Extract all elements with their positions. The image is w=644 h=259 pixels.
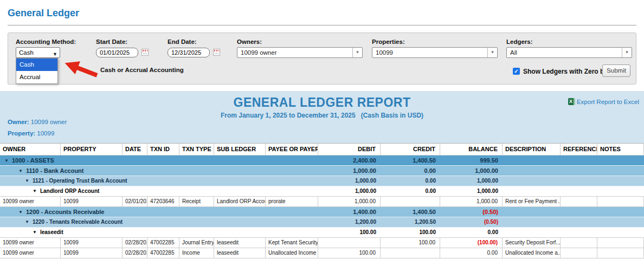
cell-owner: 10099 owner (0, 238, 61, 248)
collapse-triangle-icon[interactable]: ▼ (18, 169, 23, 173)
title-divider (8, 25, 636, 25)
cell-reference (561, 248, 597, 258)
ledger-row: 10099 owner1009902/28/202547002285Income… (0, 248, 644, 258)
cell-credit: 0.00 (381, 176, 440, 186)
collapse-triangle-icon[interactable]: ▼ (33, 189, 37, 193)
column-header-credit: CREDIT (381, 144, 440, 155)
zero-balance-checkbox[interactable]: ✓ (513, 68, 520, 75)
cell-balance: 0.00 (440, 248, 503, 258)
calendar-icon[interactable] (213, 49, 220, 56)
property-line: Property: 10099 (8, 130, 54, 137)
cell-credit: 1,400.50 (381, 156, 440, 165)
dropdown-option-accrual[interactable]: Accrual (16, 71, 57, 83)
calendar-icon[interactable] (141, 49, 149, 56)
column-header-description: DESCRIPTION (503, 144, 561, 155)
cell-credit (381, 248, 440, 258)
report-title: GENERAL LEDGER REPORT (0, 91, 644, 110)
group-label: leaseedit (40, 229, 63, 235)
cell-txn_type: Journal Entry (179, 238, 214, 248)
group-row[interactable]: ▼1121 - Operating Trust Bank Account1,00… (0, 176, 644, 186)
ledgers-combobox[interactable]: All ▼ (506, 47, 632, 58)
group-row[interactable]: ▼1110 - Bank Account1,000.000.001,000.00 (0, 166, 644, 176)
cell-sub_ledger: leaseedit (214, 238, 266, 248)
cell-balance: 1,000.00 (440, 186, 503, 196)
cell-credit: 1,400.50 (381, 207, 440, 217)
group-row[interactable]: ▼1200 - Accounts Receivable1,400.001,400… (0, 207, 644, 217)
cell-payee: Unallocated Income (266, 248, 318, 258)
dropdown-option-cash[interactable]: Cash (16, 59, 57, 71)
cell-balance: (100.00) (440, 238, 503, 248)
column-header-payee: PAYEE OR PAYER (266, 144, 318, 155)
group-row[interactable]: ▼Landlord ORP Account1,000.000.001,000.0… (0, 186, 644, 197)
cell-balance: 999.50 (440, 156, 503, 165)
accounting-method-value: Cash (19, 49, 34, 56)
cell-payee: Kept Tenant Security De... (266, 238, 318, 248)
export-to-excel-link[interactable]: X Export Report to Excel (568, 98, 639, 105)
property-value: 10099 (37, 130, 54, 137)
group-label: 1110 - Bank Account (26, 167, 84, 174)
cell-date: 02/28/2025 (123, 248, 147, 258)
cell-txn_type: Income (179, 248, 214, 258)
filter-bar: Accounting Method: Cash ▼ Cash Accrual C… (8, 33, 636, 85)
owners-combobox[interactable]: 10099 owner ▼ (237, 47, 363, 58)
group-row[interactable]: ▼1220 - Tenants Receivable Account1,200.… (0, 217, 644, 228)
column-header-txn_type: TXN TYPE (179, 144, 214, 155)
table-body: ▼1000 - ASSETS2,400.001,400.50999.50▼111… (0, 156, 644, 258)
collapse-triangle-icon[interactable]: ▼ (25, 219, 29, 224)
cell-credit: 1,200.50 (381, 217, 440, 227)
group-row-filler (503, 217, 644, 227)
chevron-down-icon[interactable]: ▼ (622, 48, 632, 57)
ledgers-label: Ledgers: (506, 38, 533, 45)
accounting-method-dropdown: Cash Accrual (16, 58, 58, 84)
cell-balance: 0.00 (440, 228, 503, 237)
submit-button[interactable]: Submit (602, 64, 630, 77)
cell-sub_ledger: leaseedit (214, 248, 266, 258)
general-ledger-page: General Ledger Accounting Method: Cash ▼… (0, 0, 644, 259)
cell-balance: (0.50) (440, 207, 503, 217)
properties-combobox[interactable]: 10099 ▼ (372, 47, 498, 58)
collapse-triangle-icon[interactable]: ▼ (4, 158, 9, 163)
ledger-table: OWNERPROPERTYDATETXN IDTXN TYPESUB LEDGE… (0, 143, 644, 258)
cell-date: 02/01/2025 (123, 197, 147, 206)
group-row-filler (503, 207, 644, 217)
cell-balance: 1,000.00 (440, 166, 503, 176)
cell-debit: 1,000.00 (318, 186, 381, 196)
excel-icon: X (568, 98, 575, 105)
cell-description: Unallocated Income a... (503, 248, 561, 258)
collapse-triangle-icon[interactable]: ▼ (33, 230, 37, 235)
chevron-down-icon[interactable]: ▼ (352, 48, 362, 57)
start-date-input[interactable] (96, 48, 138, 57)
cell-notes (597, 248, 644, 258)
property-label: Property: (8, 130, 35, 137)
column-header-sub_ledger: SUB LEDGER (214, 144, 266, 155)
accounting-method-select[interactable]: Cash ▼ (16, 47, 60, 58)
column-header-debit: DEBIT (318, 144, 381, 155)
page-title: General Ledger (0, 0, 644, 21)
end-date-label: End Date: (168, 38, 197, 45)
column-header-property: PROPERTY (61, 144, 123, 155)
column-header-notes: NOTES (597, 144, 644, 155)
column-header-date: DATE (123, 144, 147, 155)
collapse-triangle-icon[interactable]: ▼ (25, 178, 29, 183)
collapse-triangle-icon[interactable]: ▼ (18, 210, 23, 215)
cell-credit: 100.00 (381, 228, 440, 237)
group-row[interactable]: ▼leaseedit100.00100.000.00 (0, 228, 644, 238)
group-label: 1200 - Accounts Receivable (26, 209, 105, 215)
cell-description: Rent or Fee Payment ... (503, 197, 561, 206)
cell-debit: 100.00 (318, 228, 381, 237)
chevron-down-icon[interactable]: ▼ (487, 48, 497, 57)
group-label: 1121 - Operating Trust Bank Account (33, 178, 127, 184)
cell-property: 10099 (61, 238, 123, 248)
group-row[interactable]: ▼1000 - ASSETS2,400.001,400.50999.50 (0, 156, 644, 166)
cell-txn_type: Receipt (179, 197, 214, 206)
group-row-filler (503, 176, 644, 186)
cell-debit: 1,200.00 (318, 217, 381, 227)
cell-sub_ledger: Landlord ORP Account (214, 197, 266, 206)
end-date-input[interactable] (168, 48, 210, 57)
owner-value: 10099 owner (31, 119, 67, 125)
accounting-method-label: Accounting Method: (16, 38, 76, 45)
cell-credit: 0.00 (381, 186, 440, 196)
export-link-label: Export Report to Excel (577, 99, 639, 105)
cell-debit: 100.00 (318, 248, 381, 258)
group-label: 1220 - Tenants Receivable Account (33, 219, 123, 225)
